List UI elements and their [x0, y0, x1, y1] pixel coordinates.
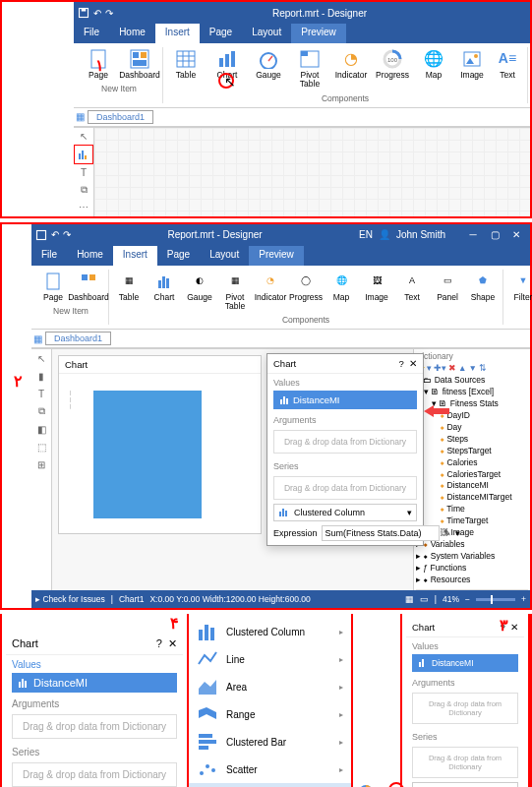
close-button[interactable]: ✕	[510, 622, 518, 633]
tool-6[interactable]: ⬚	[31, 438, 51, 455]
menu-clustered-bar[interactable]: Clustered Bar▸	[189, 728, 351, 756]
ritem-progress[interactable]: ◯Progress	[288, 270, 324, 314]
redo-icon[interactable]: ↷	[105, 8, 113, 19]
ritem-page[interactable]: Page	[35, 270, 71, 304]
chart-object[interactable]: Chart ─ ─ ─	[58, 355, 262, 534]
ritem-dashboard[interactable]: Dashboard	[119, 47, 160, 82]
tab-file[interactable]: File	[31, 246, 67, 266]
arguments-drop[interactable]: Drag & drop data from Dictionary	[412, 693, 518, 724]
close-button[interactable]: ✕	[409, 358, 417, 369]
tree-field[interactable]: ⬥ CaloriesTarget	[416, 469, 528, 481]
menu-range[interactable]: Range▸	[189, 700, 351, 728]
tool-4[interactable]: ⧉	[31, 402, 51, 420]
ritem-text[interactable]: AText	[394, 270, 430, 314]
undo-icon[interactable]: ↶	[51, 229, 59, 240]
ritem-panel[interactable]: ▭Panel	[430, 270, 465, 314]
tab-insert[interactable]: Insert	[113, 246, 157, 266]
canvas[interactable]	[94, 128, 530, 216]
tree-ds[interactable]: ▾ 🗀 Data Sources	[416, 375, 528, 387]
ritem-pivot[interactable]: ▦Pivot Table	[217, 270, 253, 314]
tab-preview[interactable]: Preview	[291, 24, 346, 43]
view-btn[interactable]: ▦	[405, 594, 414, 604]
tab-layout[interactable]: Layout	[200, 246, 249, 266]
zoom-level[interactable]: 41%	[443, 594, 459, 604]
tool-copy[interactable]: ⧉	[74, 181, 93, 199]
chart-type-combo[interactable]: Clustered Column▾	[273, 504, 417, 521]
save-icon[interactable]	[78, 7, 89, 19]
ritem-map[interactable]: 🌐Map	[324, 270, 359, 314]
tree-field[interactable]: ⬥ Calories	[416, 457, 528, 469]
check-issues[interactable]: ▸ Check for Issues	[35, 594, 105, 604]
ritem-pivot[interactable]: Pivot Table	[289, 47, 330, 91]
tree-field[interactable]: ⬥ StepsTarget	[416, 446, 528, 457]
dict-new[interactable]: ✚▾	[434, 363, 446, 373]
ritem-image[interactable]: Image	[454, 47, 490, 91]
max-button[interactable]: ▢	[485, 229, 504, 240]
menu-pie[interactable]: Pie▸	[189, 783, 351, 787]
expression-input[interactable]	[322, 525, 440, 541]
chart-type-combo[interactable]: Clustered Column▾	[412, 782, 518, 787]
tab-page[interactable]: Page	[157, 246, 200, 266]
submenu-pie[interactable]: Pie ↖	[353, 779, 400, 787]
menu-clustered-column[interactable]: Clustered Column▸	[189, 618, 351, 645]
tool-chart[interactable]	[74, 145, 93, 164]
tree-res[interactable]: ▸ ⬥ Resources	[416, 575, 528, 586]
lang-indicator[interactable]: EN	[359, 229, 373, 240]
menu-area[interactable]: Area▸	[189, 673, 351, 700]
tab-home[interactable]: Home	[67, 246, 113, 266]
tree-field[interactable]: ⬥ Time	[416, 504, 528, 515]
tab-layout[interactable]: Layout	[242, 24, 291, 43]
tool-7[interactable]: ⊞	[31, 455, 51, 473]
tree-field[interactable]: ⬥ DistanceMITarget	[416, 492, 528, 504]
tab-home[interactable]: Home	[109, 24, 155, 43]
min-button[interactable]: ─	[463, 229, 483, 240]
value-field[interactable]: DistanceMI	[12, 673, 177, 693]
dict-up[interactable]: ▲	[458, 363, 466, 373]
arguments-drop[interactable]: Drag & drop data from Dictionary	[273, 430, 417, 454]
redo-icon[interactable]: ↷	[63, 229, 71, 240]
tab-page[interactable]: Page	[200, 24, 242, 43]
ritem-filter[interactable]: ▼Filter	[505, 270, 532, 314]
series-drop[interactable]: Drag & drop data from Dictionary	[412, 747, 518, 778]
value-field[interactable]: DistanceMI	[412, 654, 518, 672]
ritem-chart[interactable]: Chart↖	[207, 47, 248, 91]
tool-cursor[interactable]: ↖	[74, 128, 93, 146]
tree-field[interactable]: ⬥ DistanceMI	[416, 480, 528, 492]
save-icon[interactable]	[35, 229, 47, 241]
tree-fitness[interactable]: ▾ 🗎 fitness [Excel]	[416, 387, 528, 398]
tree-sysvars[interactable]: ▸ ⬥ System Variables	[416, 551, 528, 563]
ritem-shape[interactable]: ⬟Shape	[465, 270, 501, 314]
expr-menu-icon[interactable]: ▾	[455, 528, 460, 538]
tool-more[interactable]: ⋯	[74, 199, 93, 216]
ritem-gauge[interactable]: ◐Gauge	[182, 270, 217, 314]
menu-line[interactable]: Line▸	[189, 645, 351, 673]
dashboard-tab[interactable]: Dashboard1	[88, 110, 153, 124]
ritem-chart[interactable]: Chart	[147, 270, 182, 314]
tab-insert[interactable]: Insert	[155, 24, 200, 43]
ritem-indicator[interactable]: ◔Indicator	[330, 47, 372, 91]
view-btn[interactable]: ▭	[420, 594, 429, 604]
ritem-map[interactable]: 🌐Map	[413, 47, 454, 91]
help-button[interactable]: ?	[156, 637, 162, 650]
tool-text[interactable]: T	[31, 385, 51, 402]
undo-icon[interactable]: ↶	[93, 8, 101, 19]
close-button[interactable]: ✕	[168, 637, 177, 650]
zoom-in[interactable]: +	[521, 594, 526, 604]
tree-field[interactable]: ⬥ Day	[416, 422, 528, 434]
tree-field[interactable]: ⬥ Steps	[416, 434, 528, 446]
ritem-table[interactable]: Table	[165, 47, 207, 91]
tool-chart[interactable]: ▮	[31, 367, 51, 385]
tool-cursor[interactable]: ↖	[31, 349, 51, 367]
ritem-indicator[interactable]: ◔Indicator	[253, 270, 288, 314]
dict-down[interactable]: ▼	[468, 363, 476, 373]
tool-text[interactable]: T	[74, 164, 93, 182]
dict-del[interactable]: ✖	[448, 363, 456, 373]
tab-file[interactable]: File	[74, 24, 109, 43]
user-name[interactable]: John Smith	[396, 229, 445, 240]
tree-funcs[interactable]: ▸ ƒ Functions	[416, 563, 528, 575]
ritem-image[interactable]: 🖼Image	[359, 270, 394, 314]
zoom-out[interactable]: −	[465, 594, 470, 604]
series-drop[interactable]: Drag & drop data from Dictionary	[273, 476, 417, 500]
help-button[interactable]: ?	[398, 358, 403, 369]
menu-scatter[interactable]: Scatter▸	[189, 756, 351, 783]
